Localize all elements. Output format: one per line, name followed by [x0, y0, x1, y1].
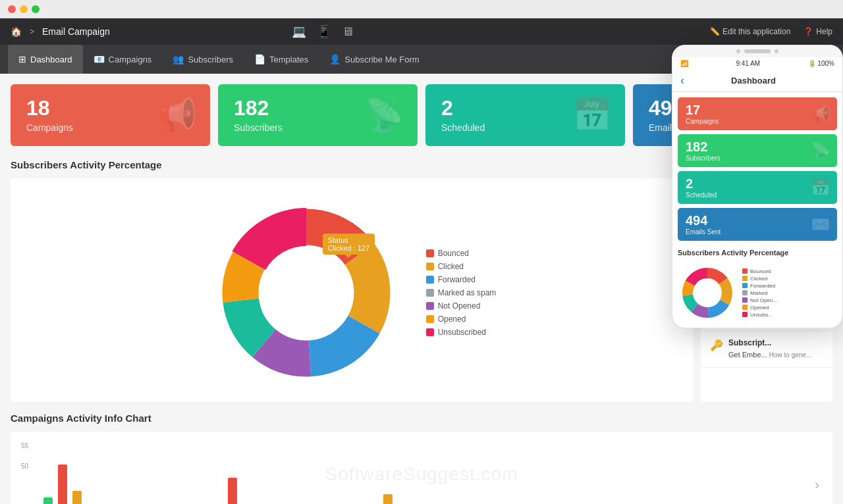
mobile-legend-forwarded: Forwarded — [742, 283, 777, 289]
svg-point-7 — [260, 247, 352, 339]
donut-wrapper: Status Clicked : 127 — [207, 194, 405, 391]
mobile-dot-1 — [736, 49, 740, 53]
mobile-legend-bounced: Bounced — [742, 268, 777, 274]
tablet-icon[interactable]: 📱 — [317, 24, 331, 39]
expand-icon[interactable]: › — [815, 477, 819, 492]
mobile-dot-2 — [775, 49, 778, 53]
campaigns-bg-icon: 📢 — [157, 97, 197, 134]
mobile-status-bar: 📶 9:41 AM 🔋 100% — [672, 57, 842, 70]
scheduled-stat-card: 2 Scheduled 📅 — [425, 84, 625, 146]
campaigns-activity-section: Campaigns Activity Info Chart SoftwareSu… — [11, 413, 832, 504]
subscribe-1: Get Embe... How to gene... — [728, 350, 811, 360]
mobile-pill — [744, 49, 771, 53]
y-label-50: 50 — [21, 463, 28, 470]
subscribers-icon: 👥 — [173, 54, 184, 64]
mobile-top-bar — [672, 45, 842, 57]
legend-forwarded: Forwarded — [426, 275, 497, 284]
mobile-emails-icon: ✉️ — [811, 215, 830, 234]
campaigns-chart-card: SoftwareSuggest.com 55 50 › — [11, 432, 832, 504]
bounced-dot — [426, 249, 434, 257]
bar-1 — [43, 497, 53, 504]
nav-subscribers[interactable]: 👥 Subscribers — [162, 45, 244, 74]
y-label-55: 55 — [21, 442, 28, 449]
subscribe-item: 🔑 Subscript... Get Embe... How to gene..… — [701, 331, 832, 367]
edit-icon: ✏️ — [710, 27, 720, 36]
chart-container: Status Clicked : 127 — [21, 194, 682, 391]
campaigns-icon: 📧 — [94, 54, 105, 64]
nav-subscribe-form[interactable]: 👤 Subscribe Me Form — [319, 45, 429, 74]
campaigns-chart-title: Campaigns Activity Info Chart — [11, 413, 832, 424]
mobile-scheduled-card: 2 Scheduled 📅 — [678, 171, 837, 204]
mobile-legend-marked: Marked — [742, 290, 777, 296]
legend-opened: Opened — [426, 315, 497, 324]
clicked-dot — [426, 263, 434, 270]
legend-not-opened: Not Opened — [426, 301, 497, 311]
subscribe-icon: 🔑 — [710, 339, 723, 351]
mobile-subscribers-icon: 📡 — [811, 141, 830, 160]
desktop-icon[interactable]: 💻 — [292, 24, 306, 39]
nav-campaigns[interactable]: 📧 Campaigns — [83, 45, 163, 74]
mobile-time: 9:41 AM — [736, 60, 760, 67]
mobile-campaigns-card: 17 Campaigns 📢 — [678, 97, 837, 130]
mobile-legend-opened: Opened — [742, 305, 777, 311]
mobile-stats: 17 Campaigns 📢 182 Subscribers 📡 2 Sched… — [672, 92, 842, 246]
campaigns-stat-card: 18 Campaigns 📢 — [11, 84, 210, 146]
subscribers-bg-icon: 📡 — [365, 97, 404, 134]
mobile-donut-area: Bounced Clicked Forwarded Marked Not Ope… — [672, 258, 842, 328]
subscribe-content: Subscript... Get Embe... How to gene... — [728, 338, 811, 360]
bar-2 — [58, 465, 67, 504]
legend-marked-spam: Marked as spam — [426, 288, 497, 297]
mobile-legend-not-open: Not Open... — [742, 297, 777, 303]
mobile-emails-card: 494 Emails Sent ✉️ — [678, 208, 837, 241]
close-button[interactable] — [8, 5, 16, 13]
legend-clicked: Clicked — [426, 262, 497, 271]
tooltip-label: Status — [328, 236, 370, 244]
mobile-scheduled-icon: 📅 — [811, 178, 830, 197]
mobile-legend-unsub: Unsubs... — [742, 312, 777, 318]
mobile-dashboard-title: Dashboard — [731, 76, 776, 86]
donut-chart-card: Status Clicked : 127 — [11, 178, 693, 402]
maximize-button[interactable] — [32, 5, 40, 13]
mobile-nav-header: ‹ Dashboard — [672, 70, 842, 92]
scheduled-bg-icon: 📅 — [572, 97, 612, 134]
opened-dot — [426, 315, 434, 323]
chart-tooltip: Status Clicked : 127 — [323, 234, 375, 255]
marked-spam-dot — [426, 289, 434, 297]
breadcrumb-separator: > — [30, 27, 34, 36]
home-icon: 🏠 — [11, 26, 22, 37]
help-button[interactable]: ❓ Help — [803, 27, 832, 36]
mobile-legend-clicked: Clicked — [742, 276, 777, 282]
subscribers-stat-card: 182 Subscribers 📡 — [218, 84, 418, 146]
subscribe-form-icon: 👤 — [329, 54, 340, 64]
tooltip-value: Clicked : 127 — [328, 244, 370, 252]
mobile-donut-svg — [678, 263, 737, 322]
mobile-signal: 📶 — [680, 60, 688, 67]
edit-app-button[interactable]: ✏️ Edit this application — [710, 27, 790, 36]
bar-3 — [72, 491, 82, 504]
templates-icon: 📄 — [254, 54, 265, 64]
dashboard-icon: ⊞ — [18, 54, 26, 64]
device-switcher: 💻 📱 🖥 — [292, 24, 354, 39]
top-bar-actions: ✏️ Edit this application ❓ Help — [710, 27, 832, 36]
mobile-mockup: 📶 9:41 AM 🔋 100% ‹ Dashboard 17 Campaign… — [672, 45, 843, 328]
monitor-icon[interactable]: 🖥 — [342, 25, 354, 39]
nav-templates[interactable]: 📄 Templates — [244, 45, 319, 74]
title-bar — [0, 0, 843, 18]
svg-point-15 — [693, 279, 721, 307]
legend-unsubscribed: Unsubscribed — [426, 328, 497, 337]
mobile-subscribers-card: 182 Subscribers 📡 — [678, 134, 837, 167]
minimize-button[interactable] — [20, 5, 28, 13]
app-title: Email Campaign — [42, 26, 110, 37]
forwarded-dot — [426, 276, 434, 284]
donut-svg — [207, 194, 405, 391]
not-opened-dot — [426, 302, 434, 310]
mobile-legend: Bounced Clicked Forwarded Marked Not Ope… — [742, 268, 777, 318]
unsubscribed-dot — [426, 328, 434, 336]
bar-5 — [383, 494, 393, 504]
help-icon: ❓ — [803, 27, 813, 36]
mobile-battery: 🔋 100% — [808, 60, 834, 67]
mobile-back-button[interactable]: ‹ — [680, 74, 684, 88]
mobile-campaigns-icon: 📢 — [811, 105, 830, 123]
legend-bounced: Bounced — [426, 249, 497, 258]
nav-dashboard[interactable]: ⊞ Dashboard — [8, 45, 83, 74]
